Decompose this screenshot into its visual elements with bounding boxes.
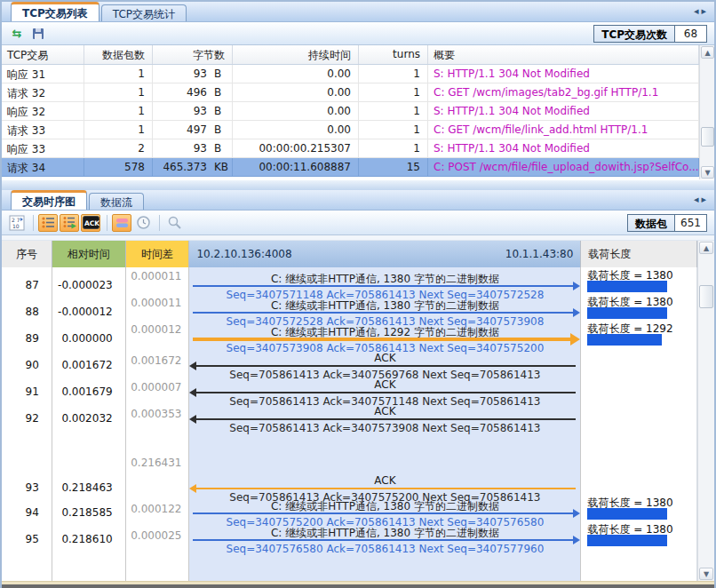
bytes-value: 93 (194, 105, 207, 120)
scroll-up-icon[interactable]: ▲ (699, 242, 713, 254)
sequence-header: 序号 相对时间 时间差 10.2.10.136:4008 10.1.1.43:8… (2, 241, 714, 267)
panel-splitter[interactable] (2, 179, 714, 190)
col-header-bytes[interactable]: 字节数 (153, 45, 233, 64)
packet-seq-info: Seq=3407576580 Ack=705861413 Next Seq=34… (189, 543, 580, 555)
list-icon (41, 215, 56, 230)
packet-arrow[interactable] (193, 285, 576, 287)
packet-time-diff: 0.000012 (131, 323, 181, 336)
sequence-number-mode-button[interactable]: 2 710 (7, 214, 27, 232)
cell-tcp-transaction: 请求 34 (2, 158, 84, 176)
packet-relative-time: 0.218585 (61, 506, 112, 519)
cell-bytes: 496B (153, 83, 233, 101)
cell-packets: 1 (84, 83, 153, 101)
cell-tcp-transaction: 响应 32 (2, 102, 84, 120)
zoom-button[interactable] (164, 214, 184, 232)
tab-scroll-arrows[interactable]: ◂▸ (694, 5, 709, 17)
cell-turns: 15 (359, 158, 428, 176)
sequence-scrollbar-top[interactable]: ▲ (697, 241, 714, 267)
packet-arrow[interactable] (193, 392, 576, 393)
toolbar-separator (107, 215, 107, 231)
show-payload-button[interactable] (112, 214, 131, 232)
tab-tcp-transaction-stats[interactable]: TCP交易统计 (101, 4, 187, 21)
table-row[interactable]: 请求 321496B0.001C: GET /wcm/images/tab2_b… (2, 83, 699, 102)
table-row[interactable]: 响应 32193B0.001S: HTTP/1.1 304 Not Modifi… (2, 102, 699, 121)
col-header-summary[interactable]: 概要 (428, 45, 699, 64)
save-icon (31, 27, 45, 41)
scrollbar-thumb[interactable] (699, 285, 713, 308)
col-header-turns[interactable]: turns (359, 45, 428, 64)
packet-arrow[interactable] (193, 365, 576, 367)
scroll-down-icon[interactable]: ▼ (701, 166, 714, 179)
payload-bar (587, 535, 667, 546)
scroll-up-icon[interactable]: ▲ (701, 46, 714, 59)
follow-list-button[interactable] (60, 214, 79, 232)
packet-arrow[interactable] (193, 488, 576, 489)
cell-bytes: 93B (153, 102, 233, 120)
save-button[interactable] (28, 25, 48, 43)
tab-scroll-right-icon[interactable]: ▸ (701, 5, 709, 17)
table-row[interactable]: 请求 34578465.373KB00:00:11.60888715C: POS… (2, 158, 699, 177)
tab-scroll-right-icon[interactable]: ▸ (701, 194, 709, 205)
cell-turns: 1 (359, 65, 428, 83)
packet-arrow[interactable] (193, 338, 576, 341)
cell-bytes: 497B (153, 121, 233, 139)
packet-label: ACK (189, 474, 580, 487)
packet-label: ACK (189, 378, 580, 391)
client-endpoint: 10.2.10.136:4008 (196, 248, 291, 260)
packet-serial: 93 (26, 481, 39, 494)
bytes-value: 496 (187, 86, 207, 101)
col-header-serial[interactable]: 序号 (2, 241, 52, 267)
show-list-button[interactable] (38, 214, 58, 232)
table-row[interactable]: 请求 331497B0.001C: GET /wcm/file/link_add… (2, 121, 699, 139)
tab-tcp-transaction-list[interactable]: TCP交易列表 (11, 2, 99, 21)
cell-packets: 2 (84, 139, 153, 157)
cell-summary: S: HTTP/1.1 304 Not Modified (428, 102, 699, 120)
col-header-time-diff[interactable]: 时间差 (126, 241, 190, 267)
time-scale-button[interactable] (133, 214, 153, 232)
packet-arrow[interactable] (193, 539, 576, 541)
scrollbar-thumb[interactable] (701, 127, 714, 147)
svg-text:ACK: ACK (84, 219, 99, 227)
packet-serial: 92 (26, 412, 39, 425)
col-header-relative-time[interactable]: 相对时间 (52, 241, 126, 267)
cell-turns: 1 (359, 139, 428, 157)
ack-filter-icon: ACK (83, 216, 99, 229)
payload-bar (587, 334, 662, 346)
tcp-table-scrollbar[interactable]: ▲ ▼ (699, 45, 714, 179)
scroll-down-icon[interactable]: ▼ (699, 568, 713, 580)
cell-packets: 1 (84, 121, 153, 139)
payload-bar (587, 307, 667, 319)
list-play-icon (62, 215, 77, 230)
col-header-payload-length[interactable]: 载荷长度 (581, 241, 697, 267)
packet-arrow[interactable] (193, 312, 576, 314)
serial-column: 878889909192939495 (2, 267, 52, 581)
tab-time-sequence-diagram[interactable]: 交易时序图 (11, 190, 87, 210)
sequence-scrollbar[interactable]: ▼ (697, 267, 714, 581)
top-toolbar: ⇆ TCP交易次数 68 (2, 22, 714, 45)
packet-arrow[interactable] (193, 418, 576, 420)
col-header-tcp-transaction[interactable]: TCP交易 (2, 45, 84, 64)
tab-scroll-arrows[interactable]: ◂▸ (694, 194, 709, 205)
cell-summary: S: HTTP/1.1 304 Not Modified (428, 65, 699, 83)
packet-relative-time: 0.218610 (61, 533, 112, 545)
conversation-filter-button[interactable]: ⇆ (7, 25, 27, 43)
packet-relative-time: -0.000012 (58, 306, 113, 318)
col-header-packets[interactable]: 数据包数 (84, 45, 153, 64)
tcp-transaction-table: TCP交易 数据包数 字节数 持续时间 turns 概要 响应 31193B0.… (2, 45, 714, 179)
bytes-value: 465.373 (163, 161, 207, 176)
tcp-transaction-counter: TCP交易次数 68 (593, 25, 707, 43)
payload-column: 载荷长度 = 1380载荷长度 = 1380载荷长度 = 1292载荷长度 = … (581, 267, 697, 581)
sequence-number-icon: 2 710 (9, 215, 25, 231)
cell-packets: 1 (84, 102, 153, 120)
tcp-transaction-panel: TCP交易列表 TCP交易统计 ◂▸ ⇆ TCP交易次数 68 TCP交易 数据… (2, 2, 714, 179)
show-ack-button[interactable]: ACK (81, 214, 100, 232)
packet-relative-time: -0.000023 (58, 279, 113, 291)
tab-data-stream[interactable]: 数据流 (89, 193, 144, 210)
col-header-duration[interactable]: 持续时间 (233, 45, 359, 64)
table-row[interactable]: 响应 31193B0.001S: HTTP/1.1 304 Not Modifi… (2, 65, 699, 83)
cell-turns: 1 (359, 83, 428, 101)
table-row[interactable]: 响应 33293B00:00:00.2153071S: HTTP/1.1 304… (2, 139, 699, 158)
packet-counter: 数据包 651 (627, 214, 707, 232)
packet-arrow[interactable] (193, 513, 576, 514)
packet-serial: 90 (26, 359, 39, 371)
